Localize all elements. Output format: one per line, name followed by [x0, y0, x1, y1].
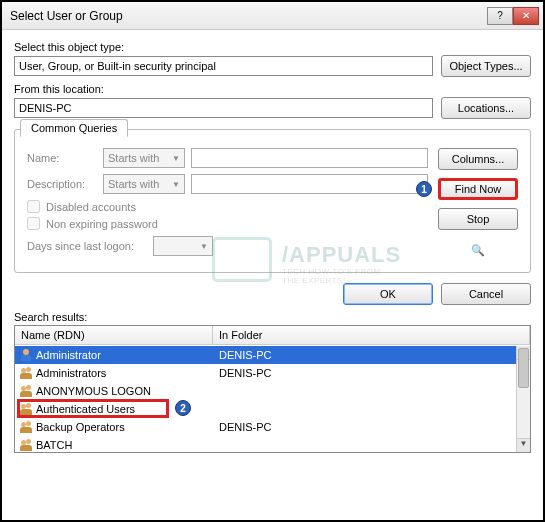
common-queries-group: Name: Starts with▼ Description: Starts w… — [14, 129, 531, 273]
table-row[interactable]: AdministratorsDENIS-PC — [15, 364, 516, 382]
annotation-badge-2: 2 — [175, 400, 191, 416]
window-controls: ? ✕ — [487, 7, 539, 25]
name-mode-combo[interactable]: Starts with▼ — [103, 148, 185, 168]
table-row[interactable]: AdministratorDENIS-PC — [15, 346, 516, 364]
cell-name: BATCH — [15, 439, 213, 451]
vertical-scrollbar[interactable]: ▲ ▼ — [516, 346, 530, 452]
cell-folder: DENIS-PC — [213, 349, 516, 361]
table-row[interactable]: Backup OperatorsDENIS-PC — [15, 418, 516, 436]
chevron-down-icon: ▼ — [200, 242, 208, 251]
non-expiring-checkbox[interactable]: Non expiring password — [27, 217, 428, 230]
cell-name: ANONYMOUS LOGON — [15, 385, 213, 397]
group-icon — [19, 367, 33, 379]
object-type-field[interactable] — [14, 56, 433, 76]
dialog-content: Select this object type: Object Types...… — [2, 30, 543, 461]
titlebar: Select User or Group ? ✕ — [2, 2, 543, 30]
window-title: Select User or Group — [10, 9, 487, 23]
group-icon — [19, 421, 33, 433]
object-types-button[interactable]: Object Types... — [441, 55, 531, 77]
table-row[interactable]: BATCH — [15, 436, 516, 452]
search-icon: 🔍 — [464, 244, 492, 257]
description-input[interactable] — [191, 174, 428, 194]
description-mode-combo[interactable]: Starts with▼ — [103, 174, 185, 194]
group-icon — [19, 385, 33, 397]
cell-name: Administrator — [15, 349, 213, 361]
ok-button[interactable]: OK — [343, 283, 433, 305]
column-header-folder[interactable]: In Folder — [213, 326, 530, 344]
help-button[interactable]: ? — [487, 7, 513, 25]
results-header: Name (RDN) In Folder — [15, 326, 530, 345]
from-location-label: From this location: — [14, 83, 531, 95]
scroll-thumb[interactable] — [518, 348, 529, 388]
days-since-label: Days since last logon: — [27, 240, 147, 252]
common-queries-tab[interactable]: Common Queries — [20, 119, 128, 137]
cancel-button[interactable]: Cancel — [441, 283, 531, 305]
cell-name: Administrators — [15, 367, 213, 379]
scroll-down-icon[interactable]: ▼ — [517, 438, 530, 452]
columns-button[interactable]: Columns... — [438, 148, 518, 170]
annotation-badge-1: 1 — [416, 181, 432, 197]
object-type-label: Select this object type: — [14, 41, 531, 53]
user-icon — [19, 349, 33, 361]
disabled-accounts-checkbox[interactable]: Disabled accounts — [27, 200, 428, 213]
chevron-down-icon: ▼ — [172, 180, 180, 189]
days-since-combo[interactable]: ▼ — [153, 236, 213, 256]
table-row[interactable]: ANONYMOUS LOGON — [15, 382, 516, 400]
query-form: Name: Starts with▼ Description: Starts w… — [27, 148, 428, 262]
stop-button[interactable]: Stop — [438, 208, 518, 230]
cell-name: Backup Operators — [15, 421, 213, 433]
cell-folder: DENIS-PC — [213, 421, 516, 433]
name-label: Name: — [27, 152, 97, 164]
description-label: Description: — [27, 178, 97, 190]
locations-button[interactable]: Locations... — [441, 97, 531, 119]
results-body: AdministratorDENIS-PCAdministratorsDENIS… — [15, 346, 516, 452]
results-list: Name (RDN) In Folder AdministratorDENIS-… — [14, 325, 531, 453]
group-icon — [19, 403, 33, 415]
query-side-buttons: Columns... 1 Find Now Stop 🔍 — [438, 148, 518, 262]
cell-folder: DENIS-PC — [213, 367, 516, 379]
chevron-down-icon: ▼ — [172, 154, 180, 163]
name-input[interactable] — [191, 148, 428, 168]
search-results-label: Search results: — [14, 311, 531, 323]
location-field[interactable] — [14, 98, 433, 118]
column-header-name[interactable]: Name (RDN) — [15, 326, 213, 344]
table-row[interactable]: Authenticated Users — [15, 400, 516, 418]
group-icon — [19, 439, 33, 451]
close-button[interactable]: ✕ — [513, 7, 539, 25]
find-now-button[interactable]: Find Now — [438, 178, 518, 200]
